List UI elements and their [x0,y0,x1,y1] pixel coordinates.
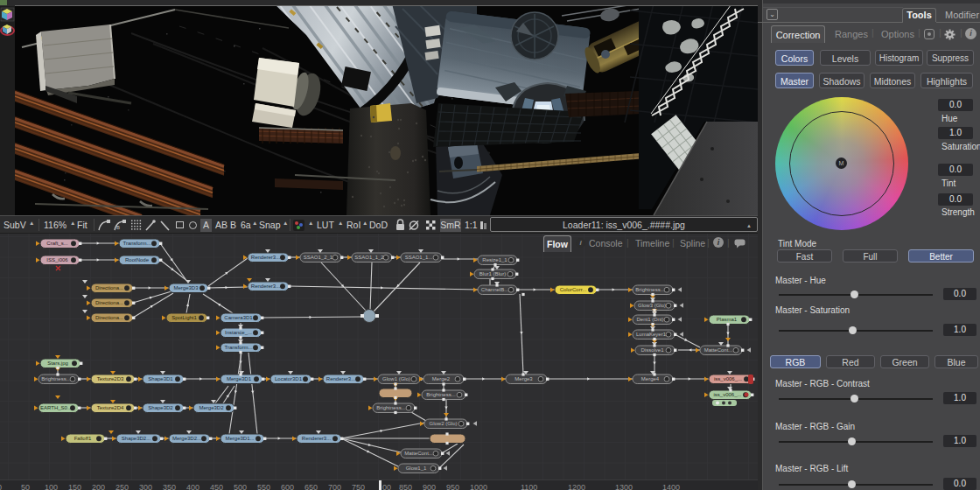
svg-text:Merge3D3: Merge3D3 [173,285,199,290]
svg-text:Merge3D2: Merge3D2 [199,405,224,410]
svg-text:Renderer3...: Renderer3... [251,284,281,289]
svg-text:Resize1_1: Resize1_1 [482,257,508,262]
svg-text:B: B [116,225,120,230]
svg-text:Merge2: Merge2 [432,376,451,382]
svg-text:Merge3: Merge3 [514,376,533,382]
svg-text:ISS_i006: ISS_i006 [46,257,68,262]
svg-text:Shape3D1: Shape3D1 [148,376,173,382]
svg-text:ColorCorr...: ColorCorr... [560,287,587,292]
svg-text:Directiona...: Directiona... [95,285,123,290]
svg-text:Shape3D2...: Shape3D2... [122,436,151,441]
svg-text:SSAO1_2_1: SSAO1_2_1 [304,255,333,260]
svg-text:Instance_...: Instance_... [225,330,252,335]
svg-text:SSAO1_1...: SSAO1_1... [405,255,433,260]
svg-text:Brightness...: Brightness... [426,392,456,397]
svg-text:Merge3D1...: Merge3D1... [225,436,254,441]
svg-text:Locator3D1: Locator3D1 [275,376,303,382]
svg-text:Merge4: Merge4 [641,376,660,382]
svg-text:ChannelB...: ChannelB... [481,287,509,292]
svg-text:Renderer3...: Renderer3... [251,255,281,260]
svg-text:iss_v006_...: iss_v006_... [713,392,741,397]
svg-text:Falloff1: Falloff1 [74,436,92,441]
svg-text:Brightness...: Brightness... [41,376,71,382]
svg-text:Merge3D1: Merge3D1 [227,376,252,382]
svg-text:Transform...: Transform... [224,345,252,350]
svg-text:Shape3D2: Shape3D2 [148,405,173,410]
svg-text:Dissolve1: Dissolve1 [640,347,664,353]
svg-text:Stars.jpg: Stars.jpg [47,360,68,366]
svg-text:Glow1_1: Glow1_1 [406,466,427,471]
svg-text:Camera3D1: Camera3D1 [224,315,253,320]
svg-text:Glow3 (Glo): Glow3 (Glo) [638,303,666,308]
svg-text:Blur1 (Blur): Blur1 (Blur) [480,271,506,276]
svg-text:SpotLight1: SpotLight1 [172,315,197,320]
svg-text:MatteCont...: MatteCont... [404,451,433,456]
svg-text:Plasma1: Plasma1 [717,317,738,322]
svg-text:RootNode: RootNode [125,257,150,262]
svg-text:Renderer3...: Renderer3... [326,376,356,382]
svg-text:Texture2D3: Texture2D3 [97,376,124,382]
svg-text:Brightness...: Brightness... [376,405,406,410]
svg-text:Glow1 (Glo): Glow1 (Glo) [382,376,410,382]
svg-text:LumaKeyer1: LumaKeyer1 [636,332,667,337]
svg-text:iss_v006_...: iss_v006_... [714,376,742,382]
svg-text:Merge3D2...: Merge3D2... [172,436,201,441]
svg-text:Renderer3...: Renderer3... [302,436,332,441]
svg-text:Directiona...: Directiona... [95,315,123,320]
svg-text:SSAO1_1_2: SSAO1_1_2 [354,255,384,260]
svg-text:Brightness...: Brightness... [635,287,665,292]
svg-text:EARTH_S0...: EARTH_S0... [40,405,72,410]
svg-text:Directiona...: Directiona... [95,300,123,305]
svg-text:Dent1 (Dnt): Dent1 (Dnt) [636,317,663,322]
svg-text:Texture2D4: Texture2D4 [97,405,124,410]
svg-text:Glow2 (Glo): Glow2 (Glo) [429,421,457,426]
svg-text:MatteCont...: MatteCont... [704,347,733,353]
